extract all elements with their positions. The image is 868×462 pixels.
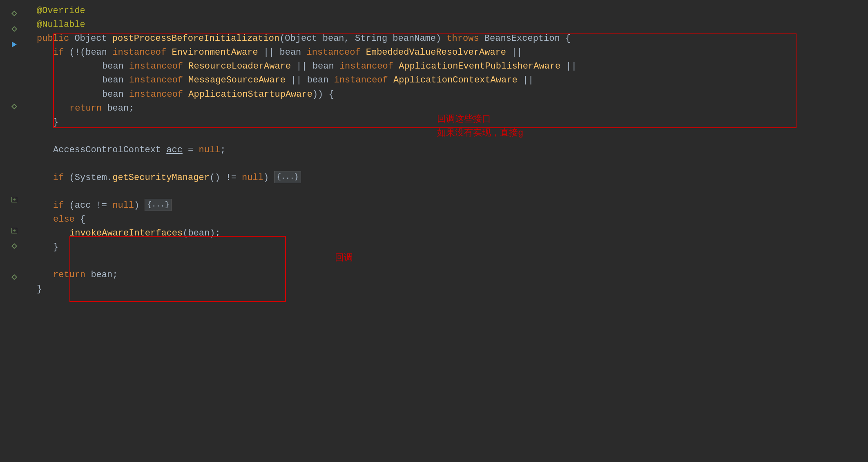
code-line-6: bean instanceof MessageSourceAware || be…: [37, 73, 868, 87]
gutter-line-8: [0, 114, 29, 130]
semicolon-10: ;: [220, 143, 225, 157]
kw-throws: throws: [446, 32, 484, 46]
class-aepa: ApplicationEventPublisherAware: [399, 60, 560, 73]
return-bean-2: bean;: [91, 268, 118, 282]
gutter-icon-2: [11, 26, 17, 32]
kw-instanceof-1: instanceof: [112, 46, 172, 60]
punct-11a: (System.: [69, 171, 113, 185]
kw-null-3: null: [112, 199, 134, 213]
brace-close-else: }: [53, 240, 58, 254]
kw-if: if: [53, 46, 69, 60]
kw-instanceof-4: instanceof: [339, 60, 399, 73]
gutter-empty1: [0, 145, 29, 161]
code-empty-4: [37, 254, 868, 268]
kw-instanceof-3: instanceof: [129, 60, 188, 73]
gutter-empty2: [0, 176, 29, 192]
class-rla: ResourceLoaderAware: [188, 60, 291, 73]
punct-5b: || bean: [291, 60, 339, 73]
gutter-line-7: [0, 99, 29, 114]
punct-14: (bean);: [183, 227, 220, 240]
punct-5c: ||: [560, 60, 577, 73]
gutter-line-9: [0, 130, 29, 145]
gutter-line-15: [0, 269, 29, 285]
gutter-empty3: [0, 207, 29, 223]
fold-icon-11[interactable]: +: [11, 197, 17, 202]
collapsed-1[interactable]: {...}: [274, 171, 301, 183]
code-empty-2: [37, 157, 868, 171]
gutter-empty4: [0, 285, 29, 300]
kw-return-2: return: [53, 268, 91, 282]
class-aca: ApplicationContextAware: [393, 73, 518, 87]
code-line-5: bean instanceof ResourceLoaderAware || b…: [37, 60, 868, 73]
code-editor: + + @Override @Nullable: [0, 0, 868, 462]
brace-else-open: {: [80, 213, 85, 227]
comment-line-1b: 如果没有实现，直接g: [437, 127, 523, 140]
comment-line-2a: 回调: [335, 251, 353, 265]
gutter-line-17: [0, 316, 29, 331]
kw-instanceof-5: instanceof: [129, 73, 188, 87]
type-object: Object: [74, 32, 112, 46]
gutter-line-13: [0, 238, 29, 254]
punct-7b: )) {: [312, 88, 334, 102]
class-asa: ApplicationStartupAware: [188, 88, 312, 102]
code-line-2: @Nullable: [37, 18, 868, 32]
gutter-line-3: [0, 37, 29, 52]
method-iai: invokeAwareInterfaces: [69, 227, 183, 240]
kw-null-1: null: [199, 143, 220, 157]
collapsed-2[interactable]: {...}: [145, 199, 172, 211]
kw-null-2: null: [242, 171, 263, 185]
kw-instanceof-7: instanceof: [129, 88, 188, 102]
punct-4c: ||: [506, 46, 522, 60]
code-line-16: return bean;: [37, 268, 868, 282]
kw-instanceof-6: instanceof: [334, 73, 393, 87]
gutter-icon-13: [11, 243, 17, 249]
exception-name: BeansException: [484, 32, 565, 46]
gutter-line-4: [0, 52, 29, 68]
gutter-line-16: [0, 300, 29, 316]
code-line-15: }: [37, 240, 868, 254]
comment-block-2: 回调: [335, 251, 353, 265]
punct-5a: bean: [102, 60, 129, 73]
punct-10: =: [183, 143, 199, 157]
brace-close-method: }: [37, 282, 42, 296]
class-msa: MessageSourceAware: [188, 73, 286, 87]
kw-public: public: [37, 32, 74, 46]
annotation-override: @Override: [37, 4, 85, 18]
fold-icon-12[interactable]: +: [11, 228, 17, 233]
kw-instanceof-2: instanceof: [307, 46, 366, 60]
code-line-11: if (System.getSecurityManager() != null)…: [37, 171, 868, 185]
gutter-line-11[interactable]: +: [0, 192, 29, 207]
gutter-line-6: [0, 83, 29, 99]
punct-11b: () !=: [210, 171, 242, 185]
class-env-aware: EnvironmentAware: [172, 46, 258, 60]
gutter-line-5: [0, 68, 29, 83]
punct-6b: || bean: [286, 73, 334, 87]
code-line-14: invokeAwareInterfaces(bean);: [37, 227, 868, 240]
annotation-nullable: @Nullable: [37, 18, 85, 32]
params: (Object bean, String beanName): [279, 32, 446, 46]
gutter-icon-7: [11, 104, 17, 109]
brace-open: {: [565, 32, 571, 46]
return-bean-1: bean;: [107, 102, 134, 116]
method-gsm: getSecurityManager: [112, 171, 210, 185]
code-lines: @Override @Nullable public Object postPr…: [29, 4, 868, 458]
gutter-line-12[interactable]: +: [0, 223, 29, 238]
kw-return-1: return: [69, 102, 107, 116]
gutter-icon-1: [11, 11, 17, 16]
code-line-3: public Object postProcessBeforeInitializ…: [37, 32, 868, 46]
gutter-line-1: [0, 6, 29, 21]
gutter-line-2: [0, 21, 29, 37]
code-line-4: if (!(bean instanceof EnvironmentAware |…: [37, 46, 868, 60]
kw-if-3: if: [53, 199, 69, 213]
var-acc: acc: [166, 143, 183, 157]
comment-block-1: 回调这些接口 如果没有实现，直接g: [437, 113, 523, 140]
gutter-arrow-3: [12, 42, 17, 47]
comment-line-1a: 回调这些接口: [437, 113, 523, 127]
gutter-icon-15: [11, 274, 17, 280]
gutter-line-10: [0, 161, 29, 176]
gutter: + +: [0, 4, 29, 458]
punct-4b: || bean: [258, 46, 307, 60]
code-line-17: }: [37, 282, 868, 296]
punct-7a: bean: [102, 88, 129, 102]
punct-11c: ): [263, 171, 274, 185]
